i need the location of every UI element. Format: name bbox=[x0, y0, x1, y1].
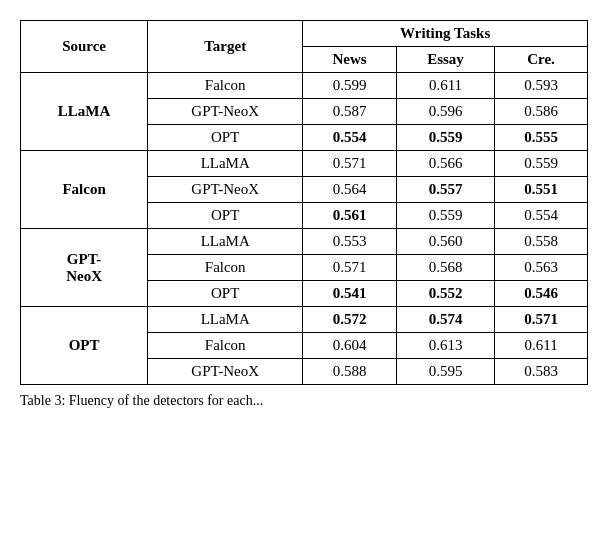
target-cell: OPT bbox=[148, 125, 303, 151]
target-cell: OPT bbox=[148, 203, 303, 229]
news-value: 0.588 bbox=[303, 359, 397, 385]
news-value: 0.604 bbox=[303, 333, 397, 359]
target-cell: Falcon bbox=[148, 255, 303, 281]
essay-value: 0.559 bbox=[396, 203, 494, 229]
source-cell: Falcon bbox=[21, 151, 148, 229]
essay-value: 0.595 bbox=[396, 359, 494, 385]
target-cell: LLaMA bbox=[148, 151, 303, 177]
news-value: 0.564 bbox=[303, 177, 397, 203]
source-cell: LLaMA bbox=[21, 73, 148, 151]
target-cell: GPT-NeoX bbox=[148, 359, 303, 385]
essay-value: 0.552 bbox=[396, 281, 494, 307]
cre-value: 0.583 bbox=[495, 359, 588, 385]
news-header: News bbox=[303, 47, 397, 73]
cre-value: 0.611 bbox=[495, 333, 588, 359]
news-value: 0.554 bbox=[303, 125, 397, 151]
news-value: 0.561 bbox=[303, 203, 397, 229]
results-table: Source Target Writing Tasks News Essay C… bbox=[20, 20, 588, 385]
essay-value: 0.611 bbox=[396, 73, 494, 99]
target-cell: Falcon bbox=[148, 333, 303, 359]
source-header: Source bbox=[21, 21, 148, 73]
target-cell: Falcon bbox=[148, 73, 303, 99]
news-value: 0.599 bbox=[303, 73, 397, 99]
cre-value: 0.554 bbox=[495, 203, 588, 229]
target-header: Target bbox=[148, 21, 303, 73]
cre-value: 0.571 bbox=[495, 307, 588, 333]
writing-tasks-header: Writing Tasks bbox=[303, 21, 588, 47]
news-value: 0.587 bbox=[303, 99, 397, 125]
target-cell: OPT bbox=[148, 281, 303, 307]
essay-value: 0.613 bbox=[396, 333, 494, 359]
cre-value: 0.555 bbox=[495, 125, 588, 151]
cre-value: 0.546 bbox=[495, 281, 588, 307]
target-cell: LLaMA bbox=[148, 307, 303, 333]
cre-value: 0.558 bbox=[495, 229, 588, 255]
target-cell: LLaMA bbox=[148, 229, 303, 255]
source-cell: GPT-NeoX bbox=[21, 229, 148, 307]
table-caption: Table 3: Fluency of the detectors for ea… bbox=[20, 393, 588, 409]
source-cell: OPT bbox=[21, 307, 148, 385]
cre-value: 0.559 bbox=[495, 151, 588, 177]
essay-value: 0.574 bbox=[396, 307, 494, 333]
news-value: 0.572 bbox=[303, 307, 397, 333]
cre-header: Cre. bbox=[495, 47, 588, 73]
cre-value: 0.563 bbox=[495, 255, 588, 281]
cre-value: 0.586 bbox=[495, 99, 588, 125]
cre-value: 0.593 bbox=[495, 73, 588, 99]
news-value: 0.571 bbox=[303, 255, 397, 281]
target-cell: GPT-NeoX bbox=[148, 99, 303, 125]
essay-value: 0.559 bbox=[396, 125, 494, 151]
essay-value: 0.596 bbox=[396, 99, 494, 125]
essay-value: 0.566 bbox=[396, 151, 494, 177]
essay-header: Essay bbox=[396, 47, 494, 73]
news-value: 0.571 bbox=[303, 151, 397, 177]
essay-value: 0.557 bbox=[396, 177, 494, 203]
target-cell: GPT-NeoX bbox=[148, 177, 303, 203]
essay-value: 0.560 bbox=[396, 229, 494, 255]
essay-value: 0.568 bbox=[396, 255, 494, 281]
table-container: Source Target Writing Tasks News Essay C… bbox=[20, 20, 588, 409]
news-value: 0.553 bbox=[303, 229, 397, 255]
news-value: 0.541 bbox=[303, 281, 397, 307]
cre-value: 0.551 bbox=[495, 177, 588, 203]
